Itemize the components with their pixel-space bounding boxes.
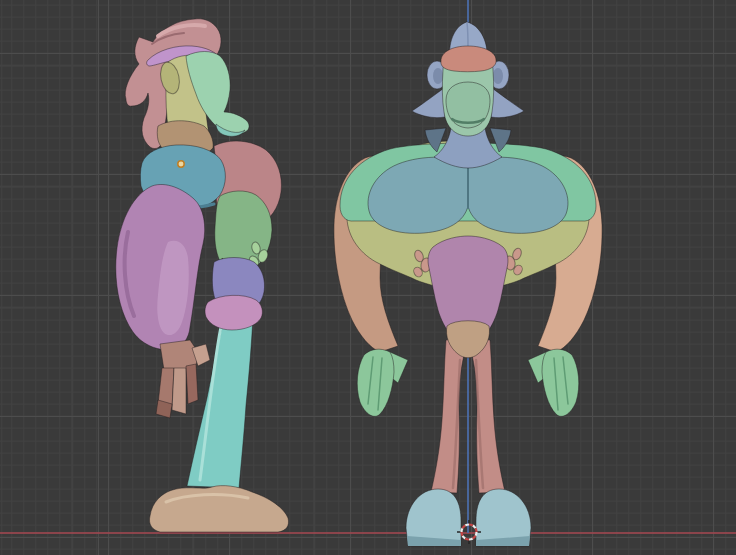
hand-right[interactable] [528, 349, 579, 416]
ear-right-inner [493, 68, 503, 84]
hand-side[interactable] [156, 340, 210, 418]
finger [186, 364, 198, 404]
finger-fan [357, 349, 394, 416]
viewport-3d[interactable] [0, 0, 736, 555]
sideburn-right[interactable] [491, 88, 524, 118]
hip[interactable] [205, 295, 262, 330]
origin-dot-circle [178, 161, 184, 167]
character-front-view[interactable] [334, 22, 602, 546]
sideburn-left[interactable] [412, 88, 445, 118]
finger [172, 368, 186, 414]
muzzle [446, 82, 490, 128]
object-origin-dot[interactable] [178, 161, 184, 167]
finger-fan [542, 349, 579, 416]
character-side-view[interactable] [116, 19, 289, 532]
hand-left[interactable] [357, 349, 408, 416]
headband-front[interactable] [441, 46, 496, 72]
scene-canvas [0, 0, 736, 555]
foot[interactable] [149, 486, 288, 532]
ear-left-inner [433, 68, 443, 84]
